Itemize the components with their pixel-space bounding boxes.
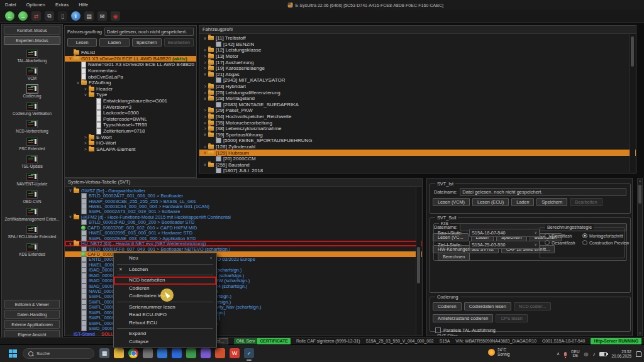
radio-gesamtflash[interactable]: Gesamtflash (545, 240, 579, 245)
expander-closed-icon[interactable]: > (202, 114, 208, 119)
laden-button[interactable]: Laden (99, 38, 129, 47)
expander-closed-icon[interactable]: > (82, 147, 89, 151)
anlieferzustand-codieren-button[interactable]: Anlieferzustand codieren (433, 314, 493, 322)
parallele-tal-checkbox[interactable]: Parallele TAL-Ausführung (430, 327, 630, 333)
tree-item[interactable]: >[13] Motor (199, 53, 636, 60)
tray-expand-icon[interactable]: ∧ (557, 351, 560, 356)
scroll-up-icon[interactable]: ∧ (638, 179, 642, 183)
tree-item[interactable]: >[23] Hybridart (199, 84, 636, 90)
expander-open-icon[interactable]: ∨ (202, 150, 208, 155)
tree-item[interactable]: Lackcode=0300 (65, 110, 196, 116)
tree-item[interactable]: >[34] Hochvoltspeicher_Reichweite (199, 114, 636, 120)
context-menu-item-neu[interactable]: Neu› (114, 255, 216, 263)
expander-open-icon[interactable]: ∨ (67, 188, 74, 193)
tree-item[interactable]: >[35] Motorueberarbeitung (199, 119, 636, 126)
menu-extras[interactable]: Extras (50, 0, 74, 10)
mail-icon[interactable]: ✉ (97, 11, 107, 21)
laden-button[interactable]: Laden (511, 198, 534, 206)
svt-ist-dateiname-field[interactable]: Datei gelesen, noch nicht gespeichert. (460, 188, 626, 196)
tree-item[interactable]: >[19] Karosserielaenge (199, 65, 636, 72)
expander-open-icon[interactable]: ∨ (82, 92, 89, 97)
expander-open-icon[interactable]: ∨ (202, 132, 208, 137)
externe-applikationen-button[interactable]: Externe Applikationen (4, 320, 60, 329)
cps-lesen-button[interactable]: CPS lesen (496, 314, 527, 322)
tree-item[interactable]: Polstercode=BWNL (65, 116, 196, 123)
expander-open-icon[interactable]: ∨ (202, 96, 208, 101)
expander-open-icon[interactable]: ∨ (67, 56, 74, 61)
sidebar-item-fsc-extended[interactable]: FSC Extended (2, 135, 62, 153)
expander-closed-icon[interactable]: > (202, 108, 208, 112)
tree-item[interactable]: ∨[11] Treibstoff (199, 35, 636, 41)
volume-icon[interactable]: ♪ (592, 351, 595, 357)
expander-closed-icon[interactable]: > (82, 141, 89, 145)
lesen-ecu-button[interactable]: Lesen (ECU) (472, 198, 509, 206)
bearbeiten-button[interactable]: Bearbeiten (164, 38, 194, 47)
editoren-viewer-button[interactable]: Editoren & Viewer (4, 300, 60, 309)
powerpoint-icon[interactable] (215, 348, 225, 358)
ncd-codier-button[interactable]: NCD codier... (514, 302, 551, 310)
tree-item[interactable]: FAList (65, 50, 196, 56)
tree-item[interactable]: ∨Type (65, 92, 196, 98)
menu-hilfe[interactable]: Hilfe (74, 0, 93, 10)
forward-button[interactable]: → (18, 11, 28, 21)
expander-closed-icon[interactable]: > (202, 60, 208, 65)
tree-item[interactable]: obdCvnSaLaPa (65, 74, 196, 80)
sidebar-item-tsl-update[interactable]: TSL-Update (2, 153, 62, 170)
tree-item-selected[interactable]: ∨[129] Hubraum (199, 150, 636, 156)
context-menu-item-reboot-ecu[interactable]: Reboot ECU (114, 319, 216, 327)
tree-item[interactable]: FAVersion=3 (65, 104, 196, 110)
codierdaten-lesen-button[interactable]: Codierdaten lesen (464, 302, 511, 310)
explorer-icon[interactable] (114, 348, 124, 358)
radio-einzelflash[interactable]: Einzelflash (545, 233, 579, 238)
profile-scrollbar[interactable] (630, 34, 635, 172)
lesen-vcm-button[interactable]: Lesen (VCM) (433, 198, 470, 206)
tree-item[interactable]: ∨[39] Sportausführung (199, 132, 636, 138)
tree-item[interactable]: Typschlussel=TR55 (65, 122, 196, 128)
radio-construction-preview[interactable]: Construction Preview (582, 240, 629, 245)
viewer-icon[interactable]: ▤ (84, 11, 94, 21)
tree-item-selected[interactable]: ∨G01 X3 xDrive20i ECE LL AWD B48B20 (akt… (65, 56, 196, 62)
expander-closed-icon[interactable]: > (202, 90, 208, 95)
tree-item[interactable]: [20] 2000CCM (199, 156, 636, 162)
context-menu-item-löschen[interactable]: ✕Löschen (114, 266, 216, 274)
sidebar-item-sfa-ecu-mode-extended[interactable]: SFA / ECU-Mode Extended (2, 223, 62, 241)
expander-open-icon[interactable]: ∨ (202, 36, 208, 41)
ziel-i-stufe-select[interactable]: S15A-25-03-550∨ (469, 241, 540, 249)
back-button[interactable]: ← (5, 11, 14, 21)
tree-item[interactable]: ∨[28] Montageland (199, 96, 636, 102)
expander-closed-icon[interactable]: > (202, 121, 208, 125)
tree-item[interactable]: [142] BENZIN (199, 41, 636, 48)
chrome-icon[interactable] (128, 348, 138, 358)
window-scrollbar[interactable]: ∧ ∨ (637, 178, 643, 336)
menu-optionen[interactable]: Optionen (21, 0, 50, 10)
expander-closed-icon[interactable]: > (82, 87, 89, 91)
sidebar-item-tal-abarbeitung[interactable]: TAL-Abarbeitung (2, 47, 62, 65)
expander-closed-icon[interactable]: > (202, 48, 208, 52)
expander-closed-icon[interactable]: > (202, 84, 208, 89)
tree-item[interactable]: >Header (65, 86, 196, 92)
teams-icon[interactable] (201, 348, 211, 358)
language-switcher[interactable]: DEUDE (571, 350, 579, 358)
expander-closed-icon[interactable]: > (202, 66, 208, 70)
sidebar-item-nav-ent-update[interactable]: NAV/ENT-Update (2, 170, 62, 188)
tree-item[interactable]: ∨FZAuftrag (65, 80, 196, 86)
tree-item[interactable]: >HO-Wort (65, 140, 196, 146)
expander-closed-icon[interactable]: > (82, 135, 89, 140)
expander-closed-icon[interactable]: > (202, 126, 208, 131)
notes-icon[interactable] (186, 348, 196, 358)
tool-icon[interactable] (143, 348, 153, 358)
bau-i-stufe-select[interactable]: S15A-18-07-540∨ (469, 229, 540, 237)
taskbar-search[interactable]: Suche (23, 348, 94, 359)
fa-status-field[interactable]: Datei gelesen, noch nicht gespeichert. (104, 28, 194, 36)
tree-item[interactable]: Kommentar= (65, 68, 196, 74)
sidebar-item-ncd-vorbereitung[interactable]: NCD-Vorbereitung (2, 118, 62, 135)
expander-open-icon[interactable]: ∨ (202, 72, 208, 77)
expander-open-icon[interactable]: ∨ (75, 80, 81, 85)
tree-item[interactable]: ∨[21] Abgas (199, 72, 636, 78)
battery-icon[interactable] (599, 352, 607, 356)
komfort-modus-button[interactable]: Komfort-Modus (4, 26, 60, 35)
berechnen-button[interactable]: Berechnen (438, 253, 470, 261)
document-icon[interactable]: ▯ (58, 11, 67, 21)
copy-icon[interactable]: ⧉ (45, 11, 54, 21)
tree-item[interactable]: >E-Wort (65, 134, 196, 140)
